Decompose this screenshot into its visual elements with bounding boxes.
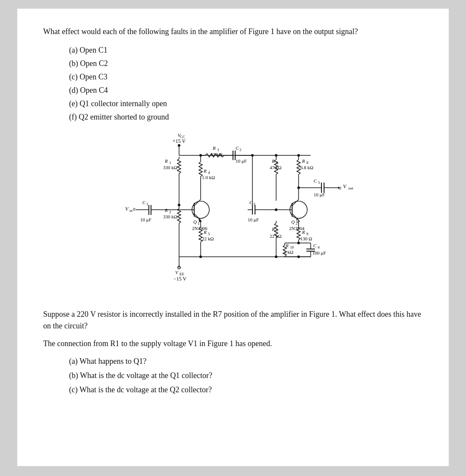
svg-text:5: 5 (318, 180, 320, 185)
circuit-diagram: V CC +15 V R 1 330 kΩ R 2 330 kΩ (43, 132, 423, 296)
svg-text:10: 10 (290, 245, 294, 249)
q3-text: The connection from R1 to the supply vol… (43, 338, 423, 350)
svg-text:22 kΩ: 22 kΩ (202, 236, 214, 241)
svg-text:R: R (285, 243, 289, 248)
svg-point-82 (275, 255, 277, 258)
svg-line-48 (194, 199, 201, 206)
sub-item-e: (e) Q1 collector internally open (69, 98, 423, 110)
svg-text:3: 3 (217, 148, 219, 152)
svg-text:330 kΩ: 330 kΩ (163, 214, 177, 219)
svg-text:Q: Q (291, 219, 295, 224)
svg-text:3: 3 (253, 202, 255, 206)
svg-text:4: 4 (318, 245, 320, 249)
svg-point-133 (338, 187, 340, 189)
svg-text:V: V (343, 183, 347, 189)
svg-point-30 (178, 204, 180, 206)
svg-text:R: R (203, 230, 207, 235)
svg-text:Q: Q (193, 219, 197, 224)
svg-text:4: 4 (208, 170, 210, 175)
svg-text:V: V (125, 206, 129, 212)
svg-text:out: out (348, 186, 353, 190)
q3-sub-items: (a) What happens to Q1? (b) What is the … (69, 356, 423, 396)
circuit-svg: V CC +15 V R 1 330 kΩ R 2 330 kΩ (99, 132, 367, 296)
svg-line-86 (292, 199, 299, 206)
bottom-questions: Suppose a 220 V resistor is incorrectly … (43, 309, 423, 396)
svg-text:R: R (203, 168, 207, 173)
svg-text:in: in (129, 208, 133, 213)
svg-point-95 (275, 208, 277, 211)
svg-point-57 (199, 154, 202, 157)
svg-text:R: R (212, 145, 216, 151)
svg-text:9: 9 (306, 232, 309, 236)
svg-text:10 μF: 10 μF (140, 217, 151, 222)
svg-text:V: V (175, 270, 179, 275)
svg-text:C: C (236, 145, 239, 151)
svg-text:10 μF: 10 μF (248, 217, 259, 222)
sub-item-f: (f) Q2 emitter shorted to ground (69, 111, 423, 123)
header-question: What effect would each of the following … (43, 26, 423, 38)
svg-text:5: 5 (208, 232, 210, 236)
question-text: What effect would each of the following … (43, 26, 423, 38)
svg-text:R: R (302, 230, 305, 235)
svg-text:330 kΩ: 330 kΩ (163, 165, 177, 170)
svg-text:8: 8 (306, 161, 309, 165)
svg-point-123 (297, 186, 300, 189)
q3-sub-c: (c) What is the dc voltage at the Q2 col… (69, 384, 423, 396)
sub-items-list: (a) Open C1 (b) Open C2 (c) Open C3 (d) … (69, 44, 423, 123)
sub-item-c: (c) Open C3 (69, 71, 423, 83)
svg-text:−15 V: −15 V (173, 276, 187, 282)
svg-text:130 Ω: 130 Ω (300, 236, 312, 241)
q3-sub-a: (a) What happens to Q1? (69, 356, 423, 367)
svg-text:10 μF: 10 μF (314, 192, 325, 197)
svg-text:C: C (142, 200, 146, 205)
svg-text:R: R (164, 158, 168, 164)
svg-text:100 μF: 100 μF (312, 250, 326, 255)
page: What effect would each of the following … (17, 9, 449, 466)
svg-text:1.0 kΩ: 1.0 kΩ (202, 175, 215, 180)
svg-text:R: R (271, 227, 275, 232)
svg-text:1: 1 (169, 161, 171, 165)
sub-item-a: (a) Open C1 (69, 44, 423, 56)
svg-point-77 (275, 154, 277, 157)
q3-sub-b: (b) What is the dc voltage at the Q1 col… (69, 370, 423, 381)
svg-text:1: 1 (198, 221, 200, 226)
svg-text:10 μF: 10 μF (236, 158, 247, 164)
svg-point-100 (297, 154, 300, 157)
svg-point-62 (199, 255, 202, 258)
svg-text:C: C (313, 243, 317, 248)
svg-point-121 (297, 255, 300, 258)
sub-item-b: (b) Open C2 (69, 58, 423, 69)
svg-text:R: R (164, 208, 168, 213)
svg-text:2: 2 (296, 221, 298, 226)
sub-item-d: (d) Open C4 (69, 85, 423, 96)
q2-text: Suppose a 220 V resistor is incorrectly … (43, 309, 423, 332)
svg-text:R: R (302, 158, 305, 164)
svg-text:2: 2 (169, 210, 171, 214)
svg-text:o: o (133, 206, 135, 212)
svg-text:+15 V: +15 V (173, 138, 186, 144)
svg-text:1: 1 (146, 202, 148, 206)
svg-point-64 (251, 154, 254, 157)
svg-text:C: C (249, 200, 253, 205)
svg-text:2: 2 (239, 148, 242, 152)
svg-text:C: C (314, 178, 317, 183)
svg-text:6.8 kΩ: 6.8 kΩ (300, 165, 313, 170)
